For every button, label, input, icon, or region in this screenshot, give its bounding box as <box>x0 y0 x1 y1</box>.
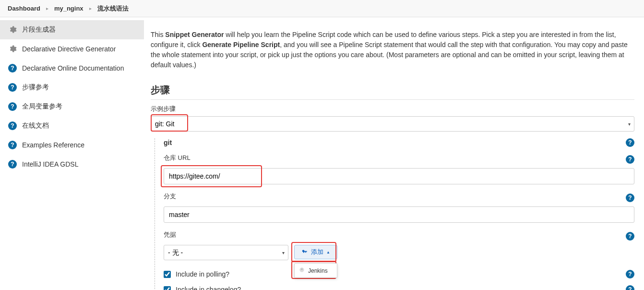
credentials-select[interactable]: - 无 - <box>164 245 288 260</box>
help-icon: ? <box>8 121 17 131</box>
include-changelog-checkbox-label[interactable]: Include in changelog? <box>164 286 241 290</box>
sidebar-item-label: IntelliJ IDEA GDSL <box>22 160 79 168</box>
help-icon[interactable]: ? <box>626 232 634 241</box>
main-content: This Snippet Generator will help you lea… <box>144 17 644 290</box>
help-icon: ? <box>8 63 17 73</box>
sample-step-select[interactable]: git: Git <box>151 116 634 132</box>
key-icon <box>301 248 308 256</box>
breadcrumb-dashboard[interactable]: Dashboard <box>8 5 40 12</box>
sidebar: 片段生成器 Declarative Directive Generator ? … <box>0 17 144 290</box>
include-polling-checkbox-label[interactable]: Include in polling? <box>164 270 229 278</box>
help-icon[interactable]: ? <box>626 270 634 278</box>
breadcrumb-sep-icon: ▸ <box>89 6 92 11</box>
intro-text: This Snippet Generator will help you lea… <box>151 30 634 70</box>
breadcrumb: Dashboard ▸ my_nginx ▸ 流水线语法 <box>0 0 644 17</box>
help-icon[interactable]: ? <box>626 138 634 147</box>
breadcrumb-project[interactable]: my_nginx <box>54 5 83 12</box>
include-changelog-checkbox[interactable] <box>164 286 171 290</box>
sidebar-item-declarative-docs[interactable]: ? Declarative Online Documentation <box>0 59 144 78</box>
jenkins-icon <box>298 266 305 275</box>
add-label: 添加 <box>311 248 323 256</box>
sidebar-item-declarative-directive[interactable]: Declarative Directive Generator <box>0 39 144 59</box>
sample-step-select-wrap: git: Git ▾ <box>151 116 634 132</box>
breadcrumb-page[interactable]: 流水线语法 <box>97 4 129 13</box>
help-icon: ? <box>8 159 17 169</box>
sidebar-item-label: 片段生成器 <box>22 25 56 34</box>
help-icon[interactable]: ? <box>626 285 634 290</box>
svg-point-1 <box>301 268 303 270</box>
gear-icon <box>8 44 17 54</box>
help-icon[interactable]: ? <box>626 155 634 164</box>
gear-icon <box>8 25 17 35</box>
sample-step-label: 示例步骤 <box>151 105 634 113</box>
repo-url-input[interactable] <box>164 168 634 184</box>
credentials-label: 凭据 <box>164 230 176 239</box>
steps-heading: 步骤 <box>151 84 634 97</box>
sidebar-item-intellij-gdsl[interactable]: ? IntelliJ IDEA GDSL <box>0 155 144 174</box>
sidebar-item-steps-ref[interactable]: ? 步骤参考 <box>0 78 144 97</box>
sidebar-item-label: 步骤参考 <box>22 83 49 92</box>
sidebar-item-label: 全局变量参考 <box>22 102 62 111</box>
triangle-up-icon: ▲ <box>326 250 330 254</box>
sidebar-item-label: 在线文档 <box>22 121 49 130</box>
branch-input[interactable] <box>164 206 634 223</box>
dropdown-item-label: Jenkins <box>308 267 328 274</box>
include-polling-checkbox[interactable] <box>164 271 171 278</box>
sidebar-item-examples-ref[interactable]: ? Examples Reference <box>0 135 144 155</box>
dropdown-item-jenkins[interactable]: Jenkins <box>295 264 337 278</box>
sidebar-item-label: Examples Reference <box>22 141 84 149</box>
help-icon: ? <box>8 140 17 150</box>
help-icon: ? <box>8 102 17 111</box>
add-dropdown-menu: Jenkins <box>294 263 337 278</box>
sidebar-item-global-var-ref[interactable]: ? 全局变量参考 <box>0 97 144 116</box>
branch-label: 分支 <box>164 192 176 201</box>
sidebar-item-label: Declarative Online Documentation <box>22 64 124 72</box>
sidebar-item-label: Declarative Directive Generator <box>22 45 116 53</box>
help-icon[interactable]: ? <box>626 193 634 202</box>
divider <box>151 99 634 100</box>
repo-url-label: 仓库 URL <box>164 154 191 162</box>
sidebar-item-snippet-generator[interactable]: 片段生成器 <box>0 20 144 39</box>
git-subheading: git <box>164 139 172 146</box>
add-credentials-button[interactable]: 添加 ▲ <box>294 245 337 259</box>
breadcrumb-sep-icon: ▸ <box>46 6 48 11</box>
help-icon: ? <box>8 83 17 92</box>
sidebar-item-online-docs[interactable]: ? 在线文档 <box>0 116 144 135</box>
